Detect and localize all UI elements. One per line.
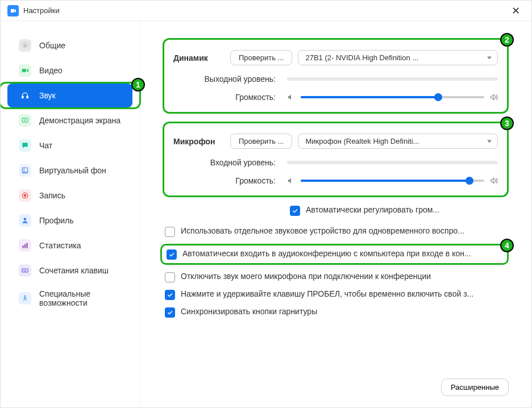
window-body: ОбщиеВидеоЗвук1Демонстрация экранаЧатВир…: [1, 21, 531, 407]
speaker-volume-label: Громкость:: [173, 93, 287, 102]
svg-rect-3: [27, 96, 28, 98]
annotation-badge-3: 3: [500, 116, 514, 130]
output-level-meter: [287, 77, 498, 81]
sidebar-item-label: Профиль: [39, 216, 121, 225]
svg-point-8: [24, 194, 27, 197]
svg-rect-2: [22, 96, 23, 98]
space-unmute-label: Нажмите и удерживайте клавишу ПРОБЕЛ, чт…: [181, 289, 509, 298]
volume-low-icon: [287, 93, 295, 101]
auto-join-row: 4 Автоматически входить в аудиоконференц…: [160, 244, 509, 265]
titlebar: Настройки ✕: [1, 1, 531, 21]
headphones-icon: [19, 89, 31, 102]
space-unmute-row: Нажмите и удерживайте клавишу ПРОБЕЛ, чт…: [163, 289, 509, 300]
record-icon: [19, 189, 31, 202]
auto-adjust-label: Автоматически регулировать гром...: [306, 205, 509, 214]
input-level-meter: [287, 161, 498, 164]
svg-rect-12: [26, 243, 27, 248]
separate-device-checkbox[interactable]: [165, 227, 175, 237]
sidebar-item-stats[interactable]: Статистика: [7, 234, 132, 257]
advanced-button[interactable]: Расширенные: [441, 378, 509, 396]
volume-high-icon: [490, 93, 498, 101]
sidebar-item-label: Демонстрация экрана: [39, 116, 121, 125]
sidebar-item-label: Запись: [39, 191, 121, 200]
sidebar-item-record[interactable]: Запись: [7, 184, 132, 207]
sidebar-item-share[interactable]: Демонстрация экрана: [7, 109, 132, 132]
video-icon: [19, 64, 31, 77]
share-icon: [19, 114, 31, 127]
sync-headset-row: Синхронизировать кнопки гарнитуры: [163, 307, 509, 318]
sidebar-item-headphones[interactable]: Звук: [7, 84, 132, 107]
svg-point-6: [23, 169, 24, 170]
speaker-volume-slider[interactable]: [301, 96, 484, 98]
svg-rect-16: [26, 270, 26, 270]
sidebar-item-label: Статистика: [39, 241, 121, 250]
mute-on-join-label: Отключить звук моего микрофона при подкл…: [181, 272, 509, 281]
svg-rect-10: [22, 245, 23, 248]
sidebar-item-label: Специальные возможности: [39, 289, 121, 307]
svg-rect-14: [23, 270, 24, 270]
input-level-label: Входной уровень:: [173, 158, 287, 167]
sidebar-item-bg[interactable]: Виртуальный фон: [7, 159, 132, 182]
sidebar-item-gear[interactable]: Общие: [7, 34, 132, 57]
speaker-section: 2 Динамик Проверить ... 27B1 (2- NVIDIA …: [163, 38, 509, 114]
volume-low-icon: [287, 177, 295, 185]
svg-point-18: [24, 295, 26, 297]
sidebar: ОбщиеВидеоЗвук1Демонстрация экранаЧатВир…: [1, 21, 140, 407]
close-button[interactable]: ✕: [507, 2, 525, 19]
space-unmute-checkbox[interactable]: [165, 290, 175, 300]
separate-device-row: Использовать отдельное звуковое устройст…: [163, 226, 509, 237]
sidebar-item-keyboard[interactable]: Сочетания клавиш: [7, 259, 132, 282]
auto-adjust-row: Автоматически регулировать гром...: [288, 205, 509, 216]
profile-icon: [19, 214, 31, 227]
sidebar-item-label: Чат: [39, 141, 121, 150]
settings-window: Настройки ✕ ОбщиеВидеоЗвук1Демонстрация …: [0, 0, 532, 408]
speaker-title: Динамик: [173, 53, 230, 63]
gear-icon: [19, 39, 31, 52]
svg-rect-1: [22, 69, 26, 72]
mic-volume-label: Громкость:: [173, 176, 287, 185]
keyboard-icon: [19, 264, 31, 277]
microphone-section: 3 Микрофон Проверить ... Микрофон (Realt…: [163, 122, 509, 197]
separate-device-label: Использовать отдельное звуковое устройст…: [181, 226, 509, 235]
sidebar-item-label: Общие: [39, 41, 121, 50]
sidebar-item-label: Виртуальный фон: [39, 166, 121, 175]
svg-rect-17: [24, 271, 27, 272]
speaker-device-dropdown[interactable]: 27B1 (2- NVIDIA High Definition ...: [298, 50, 498, 65]
sync-headset-checkbox[interactable]: [165, 307, 175, 318]
auto-adjust-checkbox[interactable]: [290, 206, 300, 216]
access-icon: [19, 292, 31, 305]
auto-join-checkbox[interactable]: [167, 249, 177, 260]
annotation-badge-1: 1: [131, 78, 145, 91]
mute-on-join-checkbox[interactable]: [165, 272, 175, 282]
annotation-badge-2: 2: [500, 33, 514, 47]
chat-icon: [19, 139, 31, 152]
svg-point-0: [24, 44, 26, 47]
sidebar-item-chat[interactable]: Чат: [7, 134, 132, 157]
sidebar-item-label: Сочетания клавиш: [39, 266, 121, 275]
sidebar-item-label: Видео: [39, 66, 121, 75]
svg-rect-11: [24, 244, 26, 248]
sidebar-item-access[interactable]: Специальные возможности: [7, 284, 132, 313]
stats-icon: [19, 239, 31, 252]
volume-high-icon: [490, 177, 498, 185]
auto-join-label: Автоматически входить в аудиоконференцию…: [182, 249, 502, 258]
main-panel: 2 Динамик Проверить ... 27B1 (2- NVIDIA …: [140, 21, 531, 407]
test-speaker-button[interactable]: Проверить ...: [230, 50, 292, 65]
svg-rect-15: [24, 270, 25, 270]
test-mic-button[interactable]: Проверить ...: [230, 134, 292, 149]
sidebar-item-video[interactable]: Видео: [7, 59, 132, 82]
svg-point-9: [24, 218, 27, 220]
annotation-badge-4: 4: [500, 239, 514, 252]
mic-title: Микрофон: [173, 137, 230, 146]
window-title: Настройки: [23, 6, 507, 15]
sync-headset-label: Синхронизировать кнопки гарнитуры: [181, 307, 509, 316]
output-level-label: Выходной уровень:: [173, 74, 287, 84]
sidebar-item-profile[interactable]: Профиль: [7, 209, 132, 232]
bg-icon: [19, 164, 31, 177]
sidebar-item-label: Звук: [39, 91, 121, 100]
mic-volume-slider[interactable]: [301, 180, 484, 182]
app-icon: [7, 5, 19, 16]
mic-device-dropdown[interactable]: Микрофон (Realtek High Definiti...: [298, 134, 498, 149]
mute-on-join-row: Отключить звук моего микрофона при подкл…: [163, 272, 509, 282]
